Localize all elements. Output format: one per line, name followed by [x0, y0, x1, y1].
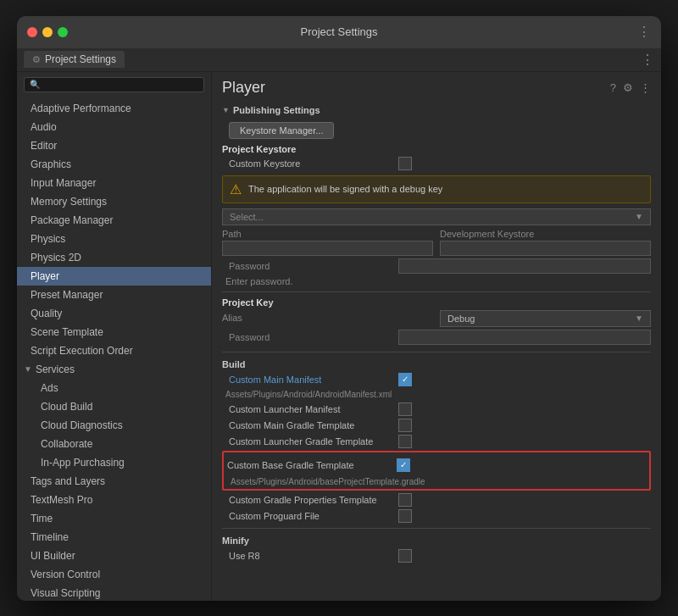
titlebar-menu-icon[interactable]: ⋮ — [637, 24, 651, 40]
custom-gradle-props-checkbox[interactable] — [398, 493, 412, 507]
sidebar: 🔍 Adaptive Performance Audio Editor Grap… — [17, 72, 212, 601]
path-field[interactable] — [222, 241, 433, 256]
main-content: 🔍 Adaptive Performance Audio Editor Grap… — [17, 72, 661, 601]
path-devkeystore-row: Path Development Keystore — [222, 229, 651, 256]
sidebar-item-tags-and-layers[interactable]: Tags and Layers — [17, 472, 211, 491]
tab-more-icon[interactable]: ⋮ — [641, 52, 654, 68]
sidebar-item-textmesh-pro[interactable]: TextMesh Pro — [17, 491, 211, 509]
custom-main-manifest-row: Custom Main Manifest ✓ — [222, 373, 651, 386]
minify-section-label: Minify — [222, 536, 651, 546]
custom-launcher-manifest-row: Custom Launcher Manifest — [222, 402, 651, 416]
key-password-row: Password — [222, 330, 651, 345]
sidebar-item-time[interactable]: Time — [17, 509, 211, 528]
custom-launcher-manifest-checkbox[interactable] — [398, 402, 412, 416]
warning-text: The application will be signed with a de… — [248, 184, 442, 194]
base-gradle-checkmark-icon: ✓ — [400, 460, 407, 469]
custom-keystore-row: Custom Keystore — [222, 157, 651, 170]
keystore-manager-button[interactable]: Keystore Manager... — [229, 122, 334, 139]
custom-launcher-gradle-row: Custom Launcher Gradle Template — [222, 435, 651, 448]
use-r8-checkbox[interactable] — [398, 549, 412, 563]
sidebar-item-version-control[interactable]: Version Control — [17, 565, 211, 584]
minimize-button[interactable] — [42, 27, 53, 37]
custom-main-manifest-path: Assets/Plugins/Android/AndroidManifest.x… — [222, 389, 651, 400]
content-area: Player ? ⚙ ⋮ ▼ Publishing Settings Keyst… — [212, 72, 661, 601]
select-dropdown[interactable]: Select... ▼ — [222, 208, 651, 225]
custom-base-gradle-path: Assets/Plugins/Android/baseProjectTempla… — [224, 476, 649, 487]
build-section-label: Build — [222, 359, 651, 369]
custom-keystore-label: Custom Keystore — [229, 158, 398, 169]
custom-proguard-label: Custom Proguard File — [229, 511, 398, 521]
custom-base-gradle-highlighted-row: Custom Base Gradle Template ✓ Assets/Plu… — [222, 451, 651, 491]
custom-main-gradle-row: Custom Main Gradle Template — [222, 419, 651, 432]
sidebar-item-audio[interactable]: Audio — [17, 118, 211, 136]
sidebar-item-visual-scripting[interactable]: Visual Scripting — [17, 584, 211, 601]
maximize-button[interactable] — [58, 27, 68, 37]
sidebar-item-preset-manager[interactable]: Preset Manager — [17, 286, 211, 304]
close-button[interactable] — [27, 27, 37, 37]
custom-proguard-checkbox[interactable] — [398, 509, 412, 523]
warning-icon: ⚠ — [230, 181, 242, 197]
main-window: Project Settings ⋮ ⚙ Project Settings ⋮ … — [17, 16, 661, 601]
sidebar-item-adaptive-performance[interactable]: Adaptive Performance — [17, 99, 211, 118]
password-field[interactable] — [398, 258, 651, 274]
use-r8-row: Use R8 — [222, 549, 651, 563]
services-arrow-icon: ▼ — [24, 362, 32, 377]
sidebar-item-in-app-purchasing[interactable]: In-App Purchasing — [17, 453, 211, 472]
sidebar-item-quality[interactable]: Quality — [17, 304, 211, 323]
password-row: Password — [222, 258, 651, 274]
titlebar: Project Settings ⋮ — [17, 16, 661, 48]
sidebar-item-graphics[interactable]: Graphics — [17, 155, 211, 174]
alias-arrow-icon: ▼ — [635, 314, 643, 323]
custom-launcher-manifest-label: Custom Launcher Manifest — [229, 404, 398, 414]
help-icon[interactable]: ? — [610, 81, 616, 94]
sidebar-item-physics[interactable]: Physics — [17, 230, 211, 248]
sidebar-item-physics-2d[interactable]: Physics 2D — [17, 248, 211, 267]
path-label: Path — [222, 229, 392, 239]
content-header: Player ? ⚙ ⋮ — [212, 72, 661, 100]
dev-keystore-field[interactable] — [440, 241, 651, 256]
publishing-settings-label: Publishing Settings — [233, 105, 320, 115]
custom-main-manifest-checkbox[interactable]: ✓ — [398, 373, 412, 386]
sidebar-item-input-manager[interactable]: Input Manager — [17, 174, 211, 192]
search-wrapper: 🔍 — [24, 77, 204, 92]
sidebar-item-scene-template[interactable]: Scene Template — [17, 323, 211, 341]
project-keystore-label: Project Keystore — [222, 144, 651, 154]
traffic-lights — [27, 27, 68, 37]
sidebar-item-cloud-build[interactable]: Cloud Build — [17, 397, 211, 416]
key-password-field[interactable] — [398, 330, 651, 345]
sidebar-item-ui-builder[interactable]: UI Builder — [17, 547, 211, 565]
custom-launcher-gradle-checkbox[interactable] — [398, 435, 412, 448]
sidebar-item-services[interactable]: ▼ Services — [17, 360, 211, 379]
custom-main-gradle-label: Custom Main Gradle Template — [229, 420, 398, 430]
dev-keystore-label: Development Keystore — [440, 229, 609, 239]
custom-main-gradle-checkbox[interactable] — [398, 419, 412, 432]
sidebar-item-timeline[interactable]: Timeline — [17, 528, 211, 547]
custom-gradle-props-label: Custom Gradle Properties Template — [229, 495, 398, 505]
select-row: Select... ▼ — [222, 208, 651, 225]
search-input[interactable] — [43, 80, 198, 90]
tab-gear-icon: ⚙ — [32, 54, 41, 65]
custom-base-gradle-checkbox[interactable]: ✓ — [397, 458, 410, 472]
sidebar-item-collaborate[interactable]: Collaborate — [17, 435, 211, 453]
sidebar-item-cloud-diagnostics[interactable]: Cloud Diagnostics — [17, 416, 211, 435]
alias-value-col: Debug ▼ — [440, 310, 651, 327]
project-settings-tab[interactable]: ⚙ Project Settings — [24, 51, 125, 68]
publishing-settings-header: ▼ Publishing Settings — [222, 100, 651, 119]
sidebar-item-memory-settings[interactable]: Memory Settings — [17, 192, 211, 211]
use-r8-label: Use R8 — [229, 551, 398, 561]
sidebar-item-package-manager[interactable]: Package Manager — [17, 211, 211, 230]
sidebar-item-ads[interactable]: Ads — [17, 379, 211, 397]
alias-row: Alias Debug ▼ — [222, 310, 651, 327]
sidebar-item-services-label: Services — [36, 362, 75, 377]
sidebar-item-script-execution-order[interactable]: Script Execution Order — [17, 341, 211, 360]
custom-proguard-row: Custom Proguard File — [222, 509, 651, 523]
settings-icon[interactable]: ⚙ — [623, 81, 633, 94]
project-key-label: Project Key — [222, 297, 651, 308]
custom-keystore-checkbox[interactable] — [398, 157, 412, 170]
sidebar-list: Adaptive Performance Audio Editor Graphi… — [17, 97, 211, 601]
more-icon[interactable]: ⋮ — [640, 81, 651, 94]
sidebar-item-player[interactable]: Player — [17, 267, 211, 286]
alias-select[interactable]: Debug ▼ — [440, 310, 651, 327]
sidebar-item-editor[interactable]: Editor — [17, 136, 211, 155]
custom-main-manifest-label[interactable]: Custom Main Manifest — [229, 375, 398, 385]
